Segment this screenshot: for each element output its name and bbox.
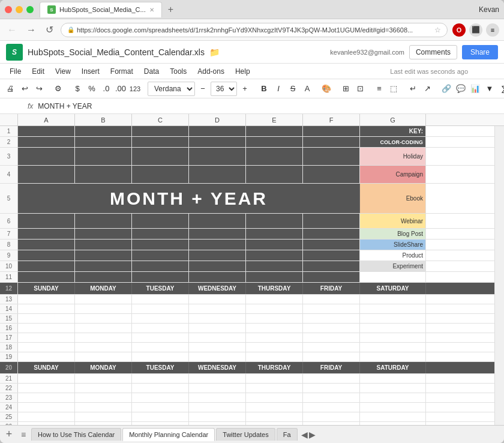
menu-icon[interactable]: ≡ [486,23,499,37]
font-size-select[interactable]: 36 [211,82,237,96]
cell-b9[interactable] [75,250,132,261]
cell-e8[interactable] [246,240,303,250]
cell-b4[interactable] [75,166,132,183]
menu-format[interactable]: Format [106,65,138,77]
decimal-increase-button[interactable]: .00 [114,82,127,96]
cell-e2[interactable] [246,137,303,147]
fill-color-button[interactable]: 🎨 [320,82,333,96]
merge-button[interactable]: ⊡ [353,82,367,96]
cell-f6[interactable] [303,214,360,228]
cell-d7[interactable] [189,229,246,239]
cell-g2[interactable]: COLOR-CODING [360,137,426,147]
month-title-cell[interactable]: MONTH + YEAR [18,184,360,213]
cell-e4[interactable] [246,166,303,183]
wrap-button[interactable]: ↵ [406,82,419,96]
share-button[interactable]: Share [462,45,498,59]
cell-c9[interactable] [132,250,189,261]
cell-17-e[interactable] [246,333,303,342]
cell-e3[interactable] [246,148,303,165]
cell-13-a[interactable] [18,295,75,304]
cell-e11[interactable] [246,272,303,282]
format-paint-button[interactable]: ⚙ [52,82,65,96]
minimize-button[interactable] [16,6,23,13]
cell-16-e[interactable] [246,324,303,333]
cell-16-b[interactable] [75,324,132,333]
sheet-list-button[interactable]: ≡ [17,428,30,441]
cell-16-f[interactable] [303,324,360,333]
cell-c2[interactable] [132,137,189,147]
cell-wednesday-1[interactable]: WEDNESDAY [189,283,246,294]
col-header-e[interactable]: E [246,114,303,125]
cell-e1[interactable] [246,126,303,136]
cell-17-d[interactable] [189,333,246,342]
cell-sunday-2[interactable]: SUNDAY [18,362,75,373]
cell-d9[interactable] [189,250,246,261]
cell-c4[interactable] [132,166,189,183]
menu-tools[interactable]: Tools [165,65,191,77]
cell-17-a[interactable] [18,333,75,342]
menu-add-ons[interactable]: Add-ons [193,65,229,77]
cell-g8-slideshare[interactable]: SlideShare [360,240,426,250]
cell-c7[interactable] [132,229,189,239]
cell-e7[interactable] [246,229,303,239]
cell-f7[interactable] [303,229,360,239]
maximize-button[interactable] [26,6,34,13]
cell-d6[interactable] [189,214,246,228]
cell-b11[interactable] [75,272,132,282]
cell-14-e[interactable] [246,304,303,313]
cell-c11[interactable] [132,272,189,282]
cell-g4-campaign[interactable]: Campaign [360,166,426,183]
cell-b8[interactable] [75,240,132,250]
cell-g11[interactable] [360,272,426,282]
col-header-c[interactable]: C [132,114,189,125]
text-color-button[interactable]: A [301,82,314,96]
cell-a7[interactable] [18,229,75,239]
reload-button[interactable]: ↺ [43,23,56,37]
cell-a8[interactable] [18,240,75,250]
cell-16-c[interactable] [132,324,189,333]
tab-close-icon[interactable]: ✕ [149,7,154,13]
italic-button[interactable]: I [272,82,285,96]
cell-f8[interactable] [303,240,360,250]
bookmark-icon[interactable]: ☆ [434,26,441,34]
col-header-b[interactable]: B [75,114,132,125]
cell-g10-experiment[interactable]: Experiment [360,261,426,271]
folder-icon[interactable]: 📁 [209,47,220,57]
cell-c6[interactable] [132,214,189,228]
cell-c3[interactable] [132,148,189,165]
cell-16-g[interactable] [360,324,426,333]
cell-g1[interactable]: KEY: [360,126,426,136]
browser-tab-active[interactable]: S HubSpots_Social_Media_C... ✕ [40,2,162,17]
cell-18-e[interactable] [246,343,303,352]
cell-14-f[interactable] [303,304,360,313]
format-number-button[interactable]: 123 [128,82,142,96]
cell-a10[interactable] [18,261,75,271]
menu-view[interactable]: View [50,65,76,77]
menu-edit[interactable]: Edit [27,65,49,77]
cell-a3[interactable] [18,148,75,165]
cell-g6-webinar[interactable]: Webinar [360,214,426,228]
cell-saturday-1[interactable]: SATURDAY [360,283,426,294]
sheet-tab-monthly[interactable]: Monthly Planning Calendar [122,428,215,441]
cell-d1[interactable] [189,126,246,136]
rotate-button[interactable]: ↗ [421,82,434,96]
add-sheet-button[interactable]: + [2,428,16,441]
cell-16-d[interactable] [189,324,246,333]
cell-18-a[interactable] [18,343,75,352]
cell-b1[interactable] [75,126,132,136]
cell-d4[interactable] [189,166,246,183]
cell-f2[interactable] [303,137,360,147]
cell-a4[interactable] [18,166,75,183]
cell-f9[interactable] [303,250,360,261]
cell-sunday-1[interactable]: SUNDAY [18,283,75,294]
cell-15-e[interactable] [246,314,303,323]
sheet-tab-fa[interactable]: Fa [277,428,298,441]
menu-data[interactable]: Data [139,65,164,77]
cell-a2[interactable] [18,137,75,147]
cell-17-g[interactable] [360,333,426,342]
filter-button[interactable]: ▼ [483,82,496,96]
cell-b3[interactable] [75,148,132,165]
col-header-f[interactable]: F [303,114,360,125]
cell-d2[interactable] [189,137,246,147]
cell-17-b[interactable] [75,333,132,342]
